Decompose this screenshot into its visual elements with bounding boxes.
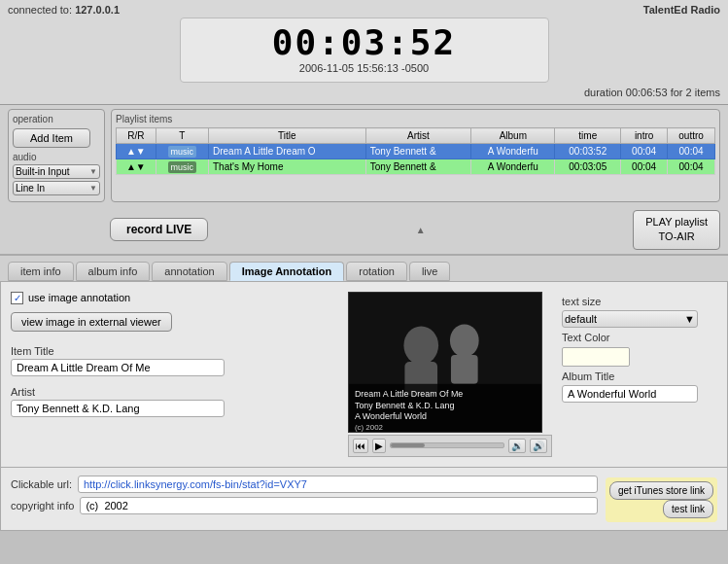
table-row[interactable]: ▲▼ music Dream A Little Dream O Tony Ben…: [117, 144, 715, 159]
svg-text:(c) 2002: (c) 2002: [355, 423, 383, 432]
col-header-artist: Artist: [365, 128, 470, 144]
row1-rr: ▲▼: [117, 144, 156, 159]
svg-text:A Wonderful World: A Wonderful World: [355, 411, 427, 421]
row1-t: music: [156, 144, 208, 159]
row1-intro: 00:04: [621, 144, 668, 159]
svg-text:Tony Bennett & K.D. Lang: Tony Bennett & K.D. Lang: [355, 400, 455, 409]
clickable-url-row: Clickable url:: [11, 476, 598, 493]
row1-title[interactable]: Dream A Little Dream O: [209, 144, 366, 159]
clickable-url-label: Clickable url:: [11, 478, 72, 490]
row1-artist: Tony Bennett &: [365, 144, 470, 159]
tab-rotation[interactable]: rotation: [346, 262, 407, 281]
operation-label: operation: [13, 114, 100, 124]
text-size-label: text size: [562, 296, 717, 307]
row2-album: A Wonderfu: [471, 159, 555, 175]
bottom-controls: record LIVE ▲ PLAY playlistTO-AIR: [0, 206, 728, 254]
album-art-svg: Dream A Little Dream Of Me Tony Bennett …: [349, 292, 541, 433]
annotation-panel: ✓ use image annotation view image in ext…: [0, 281, 728, 468]
select-arrow2-icon: ▼: [89, 184, 97, 193]
scroll-arrow-indicator[interactable]: ▲: [414, 223, 428, 237]
use-image-checkbox-row: ✓ use image annotation: [11, 292, 338, 304]
col-header-album: Album: [471, 128, 555, 144]
get-itunes-button[interactable]: get iTunes store link: [609, 481, 713, 500]
row1-outtro: 00:04: [668, 144, 715, 159]
add-item-button[interactable]: Add Item: [13, 128, 90, 148]
bottom-url-row: Clickable url: copyright info get iTunes…: [0, 468, 728, 531]
left-column: ✓ use image annotation view image in ext…: [11, 292, 338, 457]
play-pause-button[interactable]: ▶: [372, 439, 386, 453]
text-size-select[interactable]: default ▼: [562, 310, 698, 328]
connected-info: connected to: 127.0.0.1: [8, 4, 120, 16]
play-playlist-button[interactable]: PLAY playlistTO-AIR: [633, 210, 720, 250]
row2-intro: 00:04: [621, 159, 668, 175]
date-display: 2006-11-05 15:56:13 -0500: [200, 62, 529, 74]
bottom-panel: item info album info annotation Image An…: [0, 254, 728, 531]
svg-text:Dream A Little Dream Of Me: Dream A Little Dream Of Me: [355, 388, 463, 398]
row2-title[interactable]: That's My Home: [209, 159, 366, 175]
built-in-input-select[interactable]: Built-in Input ▼: [13, 164, 100, 179]
playlist-table: R/R T Title Artist Album time intro outt…: [116, 127, 715, 175]
col-header-t: T: [156, 128, 208, 144]
progress-bar[interactable]: [390, 442, 504, 448]
album-title-label: Album Title: [562, 370, 717, 382]
svg-point-1: [403, 326, 438, 365]
row2-artist: Tony Bennett &: [365, 159, 470, 175]
row2-rr: ▲▼: [117, 159, 156, 175]
action-buttons: get iTunes store link test link: [606, 476, 717, 522]
line-in-select[interactable]: Line In ▼: [13, 181, 100, 195]
vol-down-button[interactable]: 🔉: [508, 439, 526, 453]
artist-input[interactable]: [11, 400, 225, 417]
row1-album: A Wonderfu: [471, 144, 555, 159]
svg-rect-4: [451, 355, 478, 384]
col-header-title: Title: [209, 128, 366, 144]
playlist-box: Playlist items R/R T Title Artist Album …: [111, 109, 720, 202]
media-controls: ⏮ ▶ 🔉 🔊: [348, 435, 552, 457]
row2-t: music: [156, 159, 208, 175]
tabs-row: item info album info annotation Image An…: [0, 256, 728, 281]
progress-fill: [391, 443, 425, 447]
playlist-label: Playlist items: [116, 114, 715, 124]
clock-display: 00:03:52: [200, 22, 529, 62]
audio-label: audio: [13, 152, 100, 162]
tab-annotation[interactable]: annotation: [152, 262, 226, 281]
vol-up-button[interactable]: 🔊: [530, 439, 547, 453]
center-column: Dream A Little Dream Of Me Tony Bennett …: [348, 292, 552, 457]
copyright-label: copyright info: [11, 500, 74, 511]
select-arrow-icon: ▼: [89, 167, 97, 176]
table-row[interactable]: ▲▼ music That's My Home Tony Bennett & A…: [117, 159, 715, 175]
copyright-row: copyright info: [11, 497, 598, 514]
operation-box: operation Add Item audio Built-in Input …: [8, 109, 105, 202]
row2-time: 00:03:05: [555, 159, 621, 175]
tab-image-annotation[interactable]: Image Annotation: [229, 262, 344, 281]
item-title-input[interactable]: [11, 359, 225, 376]
col-header-time: time: [555, 128, 621, 144]
row1-time: 00:03:52: [555, 144, 621, 159]
tab-album-info[interactable]: album info: [76, 262, 151, 281]
svg-point-3: [450, 324, 479, 357]
col-header-rr: R/R: [117, 128, 156, 144]
text-color-label: Text Color: [562, 332, 717, 343]
prev-button[interactable]: ⏮: [353, 439, 368, 453]
use-image-label: use image annotation: [28, 292, 130, 303]
artist-label: Artist: [11, 386, 338, 398]
tab-live[interactable]: live: [409, 262, 451, 281]
view-external-button[interactable]: view image in external viewer: [11, 312, 172, 332]
record-live-button[interactable]: record LIVE: [110, 218, 208, 241]
tab-item-info[interactable]: item info: [8, 262, 74, 281]
duration-text: duration 00:06:53 for 2 items: [8, 87, 720, 98]
app-title: TalentEd Radio: [643, 4, 720, 16]
item-title-label: Item Title: [11, 345, 338, 357]
text-size-arrow-icon: ▼: [684, 313, 695, 325]
use-image-checkbox[interactable]: ✓: [11, 292, 23, 304]
album-image-display: Dream A Little Dream Of Me Tony Bennett …: [348, 292, 542, 433]
row2-outtro: 00:04: [668, 159, 715, 175]
clickable-url-input[interactable]: [78, 476, 598, 493]
copyright-input[interactable]: [80, 497, 597, 514]
right-column: text size default ▼ Text Color Album Tit…: [562, 292, 717, 457]
test-link-button[interactable]: test link: [663, 500, 713, 518]
col-header-intro: intro: [621, 128, 668, 144]
color-swatch[interactable]: [562, 347, 630, 367]
clock-area: 00:03:52 2006-11-05 15:56:13 -0500: [180, 18, 549, 83]
album-title-input[interactable]: [562, 385, 698, 403]
col-header-outtro: outtro: [668, 128, 715, 144]
